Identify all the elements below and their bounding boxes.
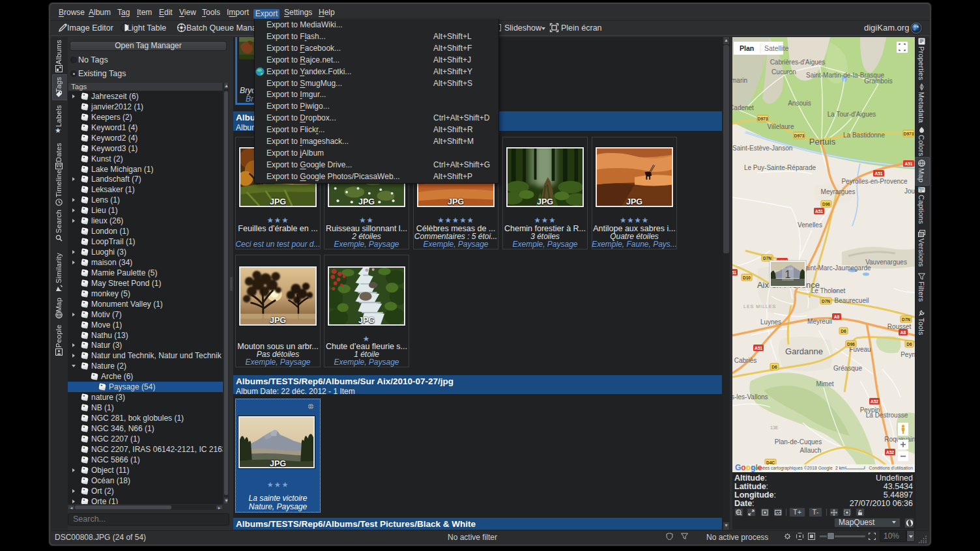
svg-text:Cabrières-d'Aigues: Cabrières-d'Aigues xyxy=(770,59,826,66)
svg-text:Plan: Plan xyxy=(740,44,754,52)
svg-text:D96: D96 xyxy=(822,202,830,206)
svg-text:Saint-Marc-Jaumegarde: Saint-Marc-Jaumegarde xyxy=(801,264,871,272)
svg-text:D6: D6 xyxy=(906,342,912,346)
svg-text:1: 1 xyxy=(785,269,791,280)
svg-text:A51: A51 xyxy=(755,346,762,350)
svg-text:Allauch: Allauch xyxy=(800,447,822,454)
svg-text:Jouqu: Jouqu xyxy=(904,188,915,195)
svg-text:Le Puy-Sainte-Réparade: Le Puy-Sainte-Réparade xyxy=(744,164,816,171)
svg-text:Villelaure: Villelaure xyxy=(768,123,794,130)
svg-text:2 km: 2 km xyxy=(835,466,845,470)
svg-text:D7N: D7N xyxy=(822,299,830,304)
svg-text:D973: D973 xyxy=(904,132,914,136)
svg-text:A51: A51 xyxy=(905,162,913,166)
svg-text:A52: A52 xyxy=(886,450,894,455)
svg-text:Ansouis: Ansouis xyxy=(788,100,811,107)
svg-text:marin: marin xyxy=(732,77,747,84)
svg-text:Gardanne: Gardanne xyxy=(785,346,823,356)
svg-text:Pertuis: Pertuis xyxy=(809,137,836,147)
svg-text:D6: D6 xyxy=(771,365,777,369)
svg-text:A52: A52 xyxy=(871,399,878,404)
svg-text:D973: D973 xyxy=(758,117,768,121)
svg-text:D7N: D7N xyxy=(763,256,771,261)
svg-text:Données cartographiques ©2018: Données cartographiques ©2018 Google xyxy=(752,466,833,471)
svg-text:Cabriès: Cabriès xyxy=(734,357,757,364)
svg-text:Gréasque: Gréasque xyxy=(833,365,862,372)
svg-text:Google: Google xyxy=(735,463,762,472)
svg-text:Cucuron: Cucuron xyxy=(771,68,796,76)
svg-text:D10: D10 xyxy=(743,276,751,280)
svg-text:Peyrolles-en-Provence: Peyrolles-en-Provence xyxy=(841,178,908,185)
svg-text:Mimet: Mimet xyxy=(816,380,833,388)
svg-text:D6: D6 xyxy=(841,329,846,333)
svg-text:Meyrargues: Meyrargues xyxy=(821,188,856,195)
svg-text:Peyn: Peyn xyxy=(901,351,915,358)
svg-text:Conditions d'utilisation: Conditions d'utilisation xyxy=(869,466,914,470)
svg-text:A8: A8 xyxy=(901,330,906,335)
svg-text:Grambois: Grambois xyxy=(864,78,892,85)
svg-text:Vauvenargues: Vauvenargues xyxy=(865,259,907,266)
svg-text:Beaurecueil: Beaurecueil xyxy=(835,297,869,304)
svg-text:A8: A8 xyxy=(834,315,840,319)
svg-text:s-les-Vallons: s-les-Vallons xyxy=(732,393,768,401)
svg-text:D973: D973 xyxy=(794,134,805,138)
svg-text:La Bastidonne: La Bastidonne xyxy=(843,132,885,139)
svg-text:Venelles: Venelles xyxy=(798,221,822,229)
svg-text:Satellite: Satellite xyxy=(764,44,789,52)
svg-text:Meyreuil: Meyreuil xyxy=(807,318,832,325)
svg-text:La Tour-d'Aigues: La Tour-d'Aigues xyxy=(828,111,876,118)
svg-text:Plan-de-Cuques: Plan-de-Cuques xyxy=(775,438,822,445)
svg-text:Luynes: Luynes xyxy=(760,318,781,326)
svg-text:A51: A51 xyxy=(875,171,883,176)
svg-text:A51: A51 xyxy=(815,209,823,214)
svg-text:La Destrousse: La Destrousse xyxy=(866,412,908,419)
svg-text:D4C: D4C xyxy=(766,460,775,465)
svg-text:Saint-Estève-Janson: Saint-Estève-Janson xyxy=(732,145,792,152)
svg-text:D96: D96 xyxy=(847,342,855,346)
svg-text:Cadenet: Cadenet xyxy=(732,104,754,111)
svg-text:D7N: D7N xyxy=(902,317,910,322)
svg-text:LES MILLES: LES MILLES xyxy=(743,304,776,309)
svg-text:A51: A51 xyxy=(732,270,736,275)
svg-text:13E: 13E xyxy=(770,425,779,430)
